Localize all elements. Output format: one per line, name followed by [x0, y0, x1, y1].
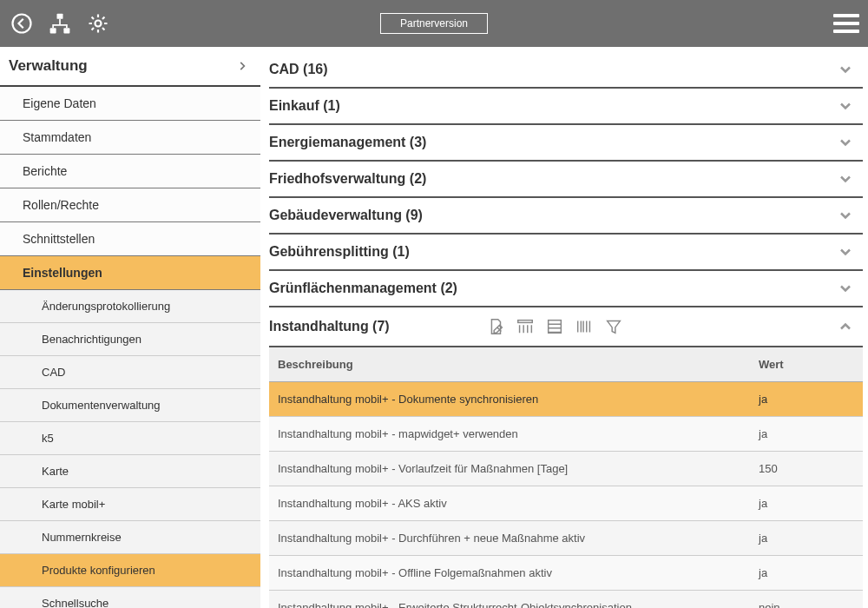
chevron-right-icon	[236, 60, 248, 72]
group-header[interactable]: Instandhaltung (7)	[269, 307, 863, 347]
chevron-down-icon	[837, 97, 854, 115]
group-header[interactable]: Friedhofsverwaltung (2)	[269, 162, 863, 198]
cell-desc: Instandhaltung mobil+ - Vorlaufzeit für …	[278, 462, 759, 475]
cell-val: ja	[759, 393, 854, 406]
filter-icon[interactable]	[603, 316, 624, 337]
table-row[interactable]: Instandhaltung mobil+ - Offline Folgemaß…	[269, 556, 863, 591]
chevron-down-icon	[837, 243, 854, 261]
sidebar-item[interactable]: Eigene Daten	[0, 87, 260, 121]
sidebar-item[interactable]: Berichte	[0, 155, 260, 188]
group-header[interactable]: Energiemanagement (3)	[269, 125, 863, 162]
cell-desc: Instandhaltung mobil+ - mapwidget+ verwe…	[278, 427, 759, 440]
sitemap-icon[interactable]	[47, 10, 73, 36]
sidebar-subitem[interactable]: CAD	[0, 356, 260, 389]
columns-icon[interactable]	[515, 316, 536, 337]
group-toolbar	[485, 316, 624, 337]
table-row[interactable]: Instandhaltung mobil+ - mapwidget+ verwe…	[269, 417, 863, 452]
cell-val: ja	[759, 566, 854, 579]
header-left-tools	[9, 10, 111, 36]
group-header[interactable]: Gebührensplitting (1)	[269, 235, 863, 271]
sidebar-title: Verwaltung	[9, 57, 88, 75]
sidebar-title-row[interactable]: Verwaltung	[0, 47, 260, 87]
sidebar-subitem[interactable]: Dokumentenverwaltung	[0, 389, 260, 422]
sidebar-subitem[interactable]: Produkte konfigurieren	[0, 554, 260, 587]
svg-point-4	[95, 21, 102, 27]
menu-button[interactable]	[833, 14, 859, 33]
sidebar-subitem[interactable]: Nummernkreise	[0, 521, 260, 554]
group-header[interactable]: CAD (16)	[269, 52, 863, 89]
group-header[interactable]: Einkauf (1)	[269, 89, 863, 125]
cell-desc: Instandhaltung mobil+ - Dokumente synchr…	[278, 393, 759, 406]
sidebar-item[interactable]: Rollen/Rechte	[0, 188, 260, 222]
group-label: CAD (16)	[269, 62, 328, 77]
sidebar-subitem[interactable]: Karte mobil+	[0, 488, 260, 521]
svg-rect-2	[50, 28, 56, 33]
group-header[interactable]: Grünflächenmanagement (2)	[269, 271, 863, 307]
sidebar-subitem[interactable]: Karte	[0, 455, 260, 488]
chevron-down-icon	[837, 134, 854, 151]
svg-rect-6	[548, 321, 561, 334]
gear-icon[interactable]	[85, 10, 111, 36]
sidebar-subitem[interactable]: k5	[0, 422, 260, 455]
group-label: Energiemanagement (3)	[269, 135, 426, 150]
sidebar-item[interactable]: Stammdaten	[0, 121, 260, 155]
table-row[interactable]: Instandhaltung mobil+ - Durchführen + ne…	[269, 521, 863, 556]
table-row[interactable]: Instandhaltung mobil+ - Vorlaufzeit für …	[269, 452, 863, 486]
table-row[interactable]: Instandhaltung mobil+ - Erweiterte Struk…	[269, 591, 863, 608]
sidebar-item[interactable]: Einstellungen	[0, 256, 260, 290]
chevron-up-icon	[837, 318, 854, 335]
sidebar: Verwaltung Eigene DatenStammdatenBericht…	[0, 47, 260, 608]
app-header: Partnerversion	[0, 0, 868, 47]
cell-val: ja	[759, 427, 854, 440]
group-label: Gebührensplitting (1)	[269, 244, 410, 260]
main-panel: CAD (16)Einkauf (1)Energiemanagement (3)…	[260, 47, 868, 608]
table-header: BeschreibungWert	[269, 347, 863, 382]
cell-desc: Instandhaltung mobil+ - AKS aktiv	[278, 497, 759, 510]
cell-val: ja	[759, 497, 854, 510]
svg-rect-1	[57, 14, 63, 19]
group-label: Einkauf (1)	[269, 98, 340, 114]
sidebar-subitem[interactable]: Schnellsuche	[0, 587, 260, 608]
barcode-icon[interactable]	[574, 316, 595, 337]
edit-page-icon[interactable]	[485, 316, 506, 337]
cell-desc: Instandhaltung mobil+ - Erweiterte Struk…	[278, 601, 759, 608]
chevron-down-icon	[837, 207, 854, 224]
group-label: Gebäudeverwaltung (9)	[269, 208, 423, 223]
cell-desc: Instandhaltung mobil+ - Offline Folgemaß…	[278, 566, 759, 579]
col-header-val[interactable]: Wert	[759, 358, 854, 371]
sidebar-subitem[interactable]: Benachrichtigungen	[0, 323, 260, 356]
sidebar-item[interactable]: Schnittstellen	[0, 222, 260, 256]
back-button[interactable]	[9, 10, 35, 36]
cell-val: 150	[759, 462, 854, 475]
group-header[interactable]: Gebäudeverwaltung (9)	[269, 198, 863, 235]
cell-val: nein	[759, 601, 854, 608]
table-row[interactable]: Instandhaltung mobil+ - AKS aktivja	[269, 486, 863, 521]
svg-rect-3	[63, 28, 69, 33]
svg-rect-5	[517, 321, 532, 323]
chevron-down-icon	[837, 170, 854, 188]
hamburger-icon	[833, 14, 859, 33]
header-center: Partnerversion	[380, 13, 488, 34]
group-label: Instandhaltung (7)	[269, 319, 390, 334]
col-header-desc[interactable]: Beschreibung	[278, 358, 759, 371]
cell-desc: Instandhaltung mobil+ - Durchführen + ne…	[278, 532, 759, 545]
cell-val: ja	[759, 532, 854, 545]
sidebar-subitem[interactable]: Änderungsprotokollierung	[0, 290, 260, 323]
group-label: Grünflächenmanagement (2)	[269, 281, 457, 296]
table-row[interactable]: Instandhaltung mobil+ - Dokumente synchr…	[269, 382, 863, 417]
chevron-down-icon	[837, 61, 854, 78]
group-label: Friedhofsverwaltung (2)	[269, 171, 426, 187]
rows-icon[interactable]	[544, 316, 565, 337]
svg-point-0	[13, 15, 31, 33]
partnerversion-button[interactable]: Partnerversion	[380, 13, 488, 34]
settings-table: BeschreibungWertInstandhaltung mobil+ - …	[269, 347, 863, 608]
chevron-down-icon	[837, 280, 854, 297]
